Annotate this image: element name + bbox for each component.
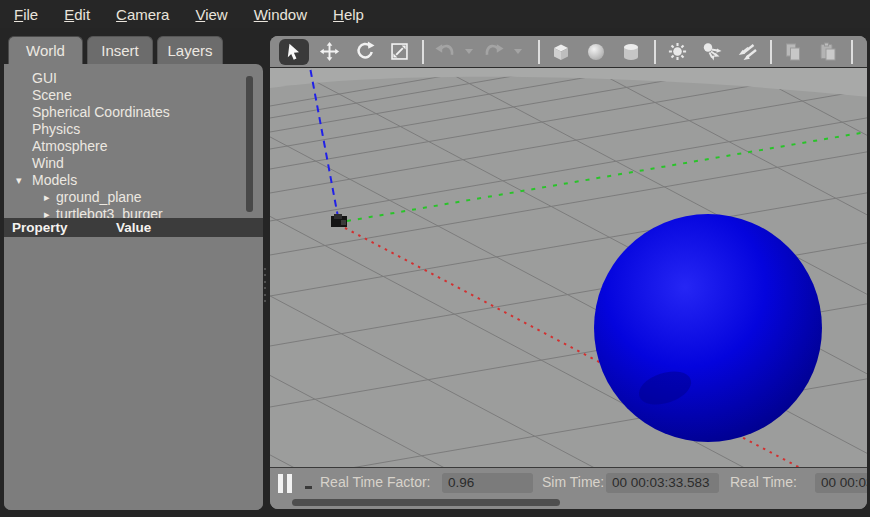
paste-button[interactable] — [813, 39, 843, 65]
translate-tool-button[interactable] — [314, 39, 344, 65]
box-icon — [550, 41, 572, 63]
redo-button[interactable] — [479, 39, 509, 65]
directional-light-icon — [736, 41, 758, 63]
tree-item-turtlebot3-burger[interactable]: ▸ turtlebot3_burger — [4, 206, 263, 218]
tree-item-scene[interactable]: Scene — [4, 87, 263, 104]
add-directional-light-button[interactable] — [732, 39, 762, 65]
add-sphere-button[interactable] — [581, 39, 611, 65]
toolbar-separator — [770, 40, 772, 64]
move-icon — [319, 41, 340, 62]
real-time-label: Real Time: — [730, 474, 797, 490]
rotate-tool-button[interactable] — [349, 39, 379, 65]
tree-scrollbar[interactable] — [246, 76, 253, 212]
render-area[interactable] — [270, 68, 867, 467]
tab-insert[interactable]: Insert — [87, 36, 153, 64]
menu-bar: File Edit Camera View Window Help — [0, 0, 870, 28]
step-button[interactable] — [305, 486, 312, 489]
menu-view[interactable]: View — [182, 2, 240, 27]
toolbar-separator — [422, 40, 424, 64]
cursor-arrow-icon — [284, 42, 304, 62]
viewport-panel: Real Time Factor: 0.96 Sim Time: 00 00:0… — [270, 36, 867, 509]
menu-file[interactable]: File — [1, 2, 51, 27]
copy-button[interactable] — [778, 39, 808, 65]
render-toolbar — [270, 36, 867, 68]
world-panel: GUI Scene Spherical Coordinates Physics … — [4, 64, 263, 510]
tree-item-models[interactable]: ▾ Models — [4, 172, 263, 189]
toolbar-separator — [538, 40, 540, 64]
scale-tool-button[interactable] — [384, 39, 414, 65]
add-cylinder-button[interactable] — [616, 39, 646, 65]
tab-world[interactable]: World — [8, 36, 83, 64]
pause-button[interactable] — [278, 474, 294, 493]
property-table-header: Property Value — [4, 218, 263, 237]
tree-item-gui[interactable]: GUI — [4, 70, 263, 87]
copy-icon — [782, 41, 804, 63]
scale-icon — [389, 41, 410, 62]
tree-item-wind[interactable]: Wind — [4, 155, 263, 172]
add-box-button[interactable] — [546, 39, 576, 65]
expand-closed-icon[interactable]: ▸ — [44, 189, 50, 206]
real-time-factor-value: 0.96 — [442, 473, 533, 493]
select-tool-button[interactable] — [279, 39, 309, 65]
tree-item-atmosphere[interactable]: Atmosphere — [4, 138, 263, 155]
horizontal-scrollbar-thumb[interactable] — [292, 499, 560, 506]
paste-icon — [817, 41, 839, 63]
horizontal-scrollbar-track[interactable] — [270, 497, 867, 509]
undo-button[interactable] — [430, 39, 460, 65]
tree-item-ground-plane[interactable]: ▸ ground_plane — [4, 189, 263, 206]
panel-splitter-handle[interactable] — [264, 268, 267, 302]
value-column-header: Value — [116, 218, 151, 237]
tab-layers[interactable]: Layers — [157, 36, 223, 64]
point-light-icon — [667, 41, 688, 62]
real-time-value: 00 00:03: — [815, 473, 867, 493]
scene-3d-view — [270, 68, 867, 467]
add-spot-light-button[interactable] — [697, 39, 727, 65]
menu-window[interactable]: Window — [241, 2, 320, 27]
redo-history-dropdown[interactable] — [514, 49, 522, 54]
sim-time-label: Sim Time: — [542, 474, 604, 490]
sim-time-value: 00 00:03:33.583 — [606, 473, 719, 493]
menu-edit[interactable]: Edit — [51, 2, 103, 27]
toolbar-separator — [654, 40, 656, 64]
undo-icon — [434, 41, 456, 63]
world-tree: GUI Scene Spherical Coordinates Physics … — [4, 64, 263, 218]
sphere-icon — [585, 41, 607, 63]
cylinder-icon — [620, 41, 642, 63]
toolbar-separator — [851, 40, 853, 64]
redo-icon — [483, 41, 505, 63]
real-time-factor-label: Real Time Factor: — [320, 474, 430, 490]
tree-item-physics[interactable]: Physics — [4, 121, 263, 138]
add-point-light-button[interactable] — [662, 39, 692, 65]
expand-closed-icon[interactable]: ▸ — [44, 206, 50, 218]
rotate-icon — [354, 41, 375, 62]
tree-item-spherical-coordinates[interactable]: Spherical Coordinates — [4, 104, 263, 121]
menu-camera[interactable]: Camera — [103, 2, 182, 27]
spot-light-icon — [701, 41, 723, 63]
undo-history-dropdown[interactable] — [465, 49, 473, 54]
property-column-header: Property — [12, 218, 68, 237]
menu-help[interactable]: Help — [320, 2, 377, 27]
sim-statusbar: Real Time Factor: 0.96 Sim Time: 00 00:0… — [270, 467, 867, 497]
expand-open-icon[interactable]: ▾ — [16, 172, 22, 189]
property-table-body — [4, 237, 263, 510]
